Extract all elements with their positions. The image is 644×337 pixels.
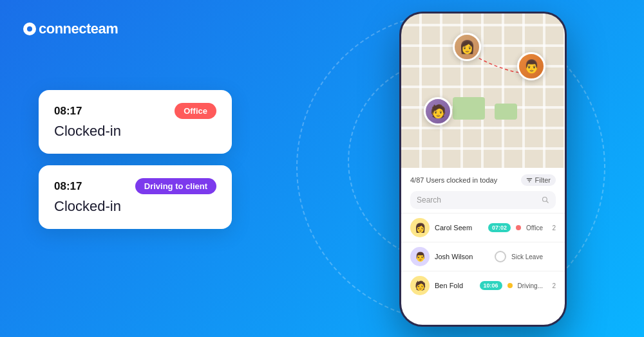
users-count-label: 4/87 Users clocked in today	[410, 176, 497, 184]
route-svg	[401, 14, 565, 168]
status-ben: Driving...	[518, 282, 543, 289]
card-office-header: 08:17 Office	[54, 103, 216, 119]
list-row-ben[interactable]: 🧑 Ben Fold 10:06 Driving... 2	[401, 271, 565, 300]
avatar-man-orange-face: 👨	[519, 54, 544, 78]
filter-icon	[526, 177, 533, 183]
list-row-josh[interactable]: 👨 Josh Wilson Sick Leave	[401, 242, 565, 271]
svg-line-4	[547, 201, 549, 203]
name-ben: Ben Fold	[435, 282, 475, 289]
time-ben: 10:06	[480, 281, 502, 290]
map-avatar-man-purple: 🧑	[424, 97, 452, 125]
card-office-status: Clocked-in	[54, 123, 216, 140]
phone-list: 4/87 Users clocked in today Filter Searc…	[401, 168, 565, 327]
avatar-woman-face: 👩	[455, 35, 479, 59]
brand-logo: connecteam	[23, 21, 118, 37]
avatar-carol: 👩	[410, 218, 430, 237]
cards-area: 08:17 Office Clocked-in 08:17 Driving to…	[39, 90, 232, 229]
status-carol: Office	[526, 224, 543, 232]
name-josh: Josh Wilson	[435, 253, 489, 260]
avatar-ben: 🧑	[410, 276, 430, 295]
gear-icon-josh	[495, 251, 506, 262]
avatar-josh: 👨	[410, 247, 430, 266]
map-area: 👩 👨 🧑	[401, 14, 565, 168]
map-avatar-woman: 👩	[453, 33, 481, 61]
count-ben: 2	[548, 282, 556, 289]
filter-button[interactable]: Filter	[521, 174, 556, 186]
search-icon	[542, 196, 549, 204]
status-dot-ben	[507, 283, 513, 288]
phone-mockup: 👩 👨 🧑 4/87 Users clocked in today	[399, 12, 567, 327]
count-carol: 2	[548, 224, 556, 232]
status-dot-carol	[516, 225, 521, 230]
logo-dot-icon	[23, 23, 36, 35]
card-office-time: 08:17	[54, 105, 82, 118]
time-carol: 07:02	[488, 223, 511, 232]
card-office-badge: Office	[175, 103, 216, 119]
filter-label: Filter	[535, 176, 551, 184]
card-driving-status: Clocked-in	[54, 198, 216, 215]
search-placeholder: Search	[417, 196, 441, 205]
phone-list-header: 4/87 Users clocked in today Filter	[401, 168, 565, 190]
map-avatar-man-orange: 👨	[517, 52, 545, 80]
search-bar[interactable]: Search	[410, 191, 556, 209]
status-josh: Sick Leave	[511, 253, 543, 260]
brand-name: connecteam	[39, 21, 118, 37]
card-driving: 08:17 Driving to client Clocked-in	[39, 165, 232, 229]
card-driving-time: 08:17	[54, 180, 82, 193]
phone-body: 👩 👨 🧑 4/87 Users clocked in today	[399, 12, 567, 327]
svg-point-3	[543, 197, 547, 202]
card-driving-header: 08:17 Driving to client	[54, 178, 216, 194]
list-row-carol[interactable]: 👩 Carol Seem 07:02 Office 2	[401, 213, 565, 242]
name-carol: Carol Seem	[435, 224, 483, 232]
card-driving-badge: Driving to client	[135, 178, 216, 194]
card-office: 08:17 Office Clocked-in	[39, 90, 232, 154]
avatar-man-purple-face: 🧑	[426, 99, 450, 123]
